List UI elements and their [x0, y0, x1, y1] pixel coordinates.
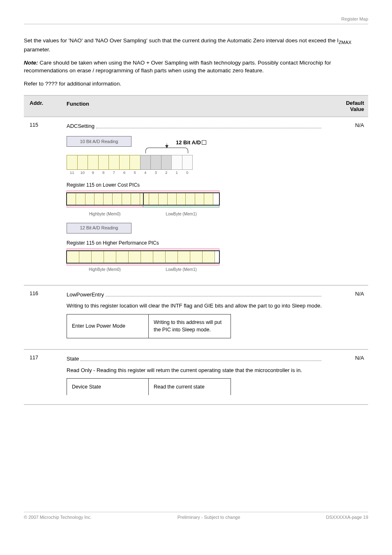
mini-cell-left: Device State [67, 379, 149, 395]
cell-default: N/A [330, 350, 368, 404]
note-label: Note: [24, 60, 38, 66]
func-body: Writing to this register location will c… [67, 302, 323, 310]
reg115-right: LowByte (Mem1) [143, 210, 219, 217]
footer-mid: Preliminary - Subject to change [178, 515, 240, 520]
col-header-default: Default Value [330, 96, 368, 116]
header-right: Register Map [341, 16, 368, 21]
bit-numbers: 11 10 9 8 7 6 5 4 3 2 1 0 [67, 170, 197, 176]
checkbox-icon [202, 140, 206, 145]
reg115-box [67, 190, 219, 208]
legend-box-2: 12 Bit A/D Reading [67, 223, 131, 234]
func-body: Read Only - Reading this register will r… [67, 366, 323, 375]
func-title: ADCSetting [67, 122, 323, 130]
table-header-row: Addr. Function Default Value [24, 95, 368, 116]
register-table: Addr. Function Default Value 115 ADCSett… [24, 95, 368, 405]
intro-paragraph-1: Set the values for 'NAO' and 'NAO Over S… [24, 37, 368, 54]
table-row: 115 ADCSetting 10 Bit A/D Reading 12 Bit… [24, 116, 368, 284]
footer-left: © 2007 Microchip Technology Inc. [24, 515, 92, 520]
cell-addr: 115 [24, 117, 60, 284]
cell-func: ADCSetting 10 Bit A/D Reading 12 Bit A/D [60, 117, 330, 284]
legend-box: 10 Bit A/D Reading [67, 136, 131, 147]
cell-addr: 117 [24, 350, 60, 404]
mini-table: Enter Low Power Mode Writing to this add… [67, 314, 231, 339]
intro-note: Note: Care should be taken when using th… [24, 59, 368, 75]
mini-table: Device State Read the current state [67, 378, 231, 395]
reg115-label: Register 115 on Lower Cost PICs [67, 181, 323, 189]
reg115b-box [67, 248, 219, 266]
func-title: State [67, 355, 323, 363]
cell-func: LowPowerEntry Writing to this register l… [60, 286, 330, 349]
cell-default: N/A [330, 117, 368, 284]
reg115b-label: Register 115 on Higher Performance PICs [67, 239, 323, 247]
table-row: 116 LowPowerEntry Writing to this regist… [24, 285, 368, 349]
table-row: 117 State Read Only - Reading this regis… [24, 349, 368, 405]
reg115b-right: LowByte (Mem1) [143, 266, 219, 273]
mini-cell-left: Enter Low Power Mode [67, 314, 149, 338]
adc-diagram: 10 Bit A/D Reading 12 Bit A/D [67, 136, 323, 273]
reg115-left: Highbyte (Mem0) [67, 210, 143, 217]
cell-addr: 116 [24, 286, 60, 349]
col-header-addr: Addr. [24, 96, 60, 116]
mini-cell-right: Read the current state [149, 379, 231, 395]
ad-label: 12 Bit A/D [176, 139, 206, 147]
cell-default: N/A [330, 286, 368, 349]
bits-row-12 [67, 155, 197, 170]
col-header-func: Function [60, 96, 330, 116]
page-header: Register Map [24, 16, 368, 24]
func-title: LowPowerEntry [67, 291, 323, 299]
footer-right: DSXXXXXA-page 19 [326, 515, 368, 520]
reg115b-left: HighByte (Mem0) [67, 266, 143, 273]
intro-paragraph-3: Refer to ???? for additional information… [24, 80, 368, 88]
page-footer: © 2007 Microchip Technology Inc. Prelimi… [24, 512, 368, 520]
brace-icon [145, 148, 188, 155]
cell-func: State Read Only - Reading this register … [60, 350, 330, 404]
mini-cell-right: Writing to this address will put the PIC… [149, 314, 231, 338]
